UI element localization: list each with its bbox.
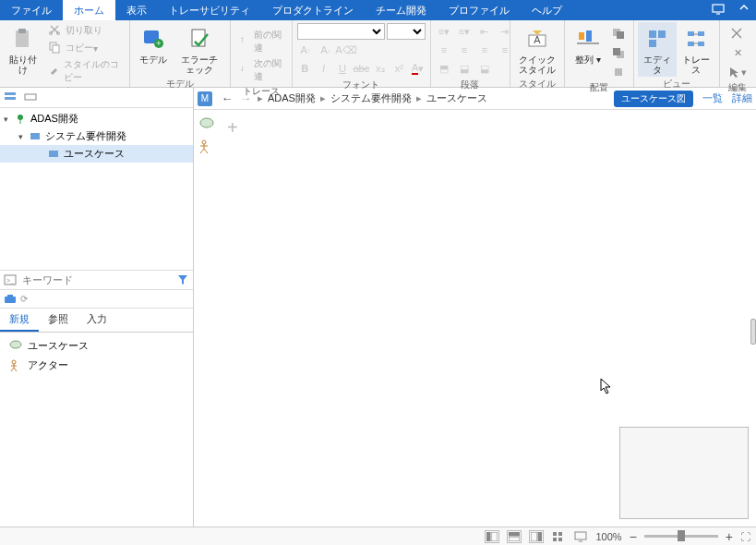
subscript-button[interactable]: x₂: [372, 60, 389, 77]
menu-home[interactable]: ホーム: [63, 0, 115, 20]
toolbox-actor[interactable]: アクター: [2, 356, 191, 375]
menu-productline[interactable]: プロダクトライン: [261, 0, 365, 20]
minimap[interactable]: [619, 427, 749, 519]
splitter-handle[interactable]: [750, 319, 756, 345]
copy-button[interactable]: コピー ▾: [44, 40, 124, 56]
tab-new[interactable]: 新規: [0, 309, 39, 332]
cut-tool-icon[interactable]: [728, 25, 747, 42]
detail-link[interactable]: 詳細: [732, 91, 752, 105]
svg-rect-36: [30, 133, 40, 139]
present-icon[interactable]: [573, 530, 588, 543]
breadcrumb-item[interactable]: ADAS開発: [266, 91, 318, 105]
paste-button[interactable]: 貼り付け: [4, 22, 42, 77]
font-family-select[interactable]: [297, 23, 385, 40]
superscript-button[interactable]: x²: [390, 60, 407, 77]
breadcrumb-item[interactable]: ユースケース: [425, 91, 489, 105]
svg-rect-54: [486, 532, 490, 541]
filter-icon[interactable]: [174, 272, 191, 288]
diagram-type-chip[interactable]: ユースケース図: [614, 91, 693, 107]
menu-profile[interactable]: プロファイル: [438, 0, 521, 20]
zoom-value: 100%: [595, 531, 621, 542]
grid-icon[interactable]: [551, 530, 566, 543]
cut-button[interactable]: 切り取り: [44, 22, 124, 39]
style-copy-button[interactable]: スタイルのコピー: [44, 57, 124, 85]
collapse-arrow-icon[interactable]: ▾: [18, 132, 30, 141]
model-button[interactable]: + モデル: [134, 22, 173, 67]
align-left-button[interactable]: ≡: [435, 42, 453, 58]
strike-button[interactable]: abc: [353, 60, 369, 77]
outdent-button[interactable]: ⇤: [475, 23, 494, 40]
valign-top-button[interactable]: ⬒: [435, 60, 453, 77]
svg-rect-23: [658, 30, 666, 38]
trace-view-button[interactable]: トレース: [677, 22, 715, 77]
crosshair-icon[interactable]: +: [227, 117, 238, 139]
forward-button[interactable]: →: [236, 91, 255, 105]
next-relation-button[interactable]: ↓次の関連: [236, 56, 286, 84]
collapse-arrow-icon[interactable]: ▾: [4, 115, 15, 124]
palette-usecase-icon[interactable]: [199, 117, 214, 132]
tree-expand-icon[interactable]: [4, 91, 18, 105]
search-bar: >_: [0, 270, 193, 290]
send-back-icon[interactable]: [609, 44, 628, 61]
cursor-tool-icon[interactable]: ▾: [728, 64, 747, 80]
svg-point-49: [202, 140, 206, 144]
layout-1-icon[interactable]: [485, 530, 499, 543]
zoom-in-button[interactable]: +: [726, 529, 733, 544]
layout-3-icon[interactable]: [529, 530, 544, 543]
tree-root[interactable]: ▾ ADAS開発: [0, 110, 193, 127]
layout-2-icon[interactable]: [507, 530, 522, 543]
list-link[interactable]: 一覧: [702, 91, 723, 105]
valign-bottom-button[interactable]: ⬓: [475, 60, 494, 77]
tree-child-2[interactable]: ユースケース: [0, 145, 193, 163]
fit-button[interactable]: ⛶: [740, 531, 750, 542]
collapse-ribbon-icon[interactable]: [732, 0, 756, 20]
menu-file[interactable]: ファイル: [0, 0, 63, 20]
back-button[interactable]: ←: [218, 91, 236, 105]
palette-actor-icon[interactable]: [199, 139, 214, 154]
bring-front-icon[interactable]: [609, 25, 628, 42]
svg-line-53: [204, 149, 208, 153]
refresh-icon[interactable]: ⟳: [20, 294, 28, 304]
clear-format-button[interactable]: A⌫: [337, 42, 355, 58]
align-center-button[interactable]: ≡: [455, 42, 474, 58]
menu-team[interactable]: チーム開発: [365, 0, 438, 20]
terminal-icon[interactable]: >_: [2, 272, 18, 288]
menu-traceability[interactable]: トレーサビリティ: [158, 0, 261, 20]
font-color-button[interactable]: A▾: [409, 60, 426, 77]
menu-view[interactable]: 表示: [115, 0, 158, 20]
tree-label: ADAS開発: [30, 112, 78, 126]
zoom-out-button[interactable]: −: [630, 529, 637, 544]
align-right-button[interactable]: ≡: [475, 42, 494, 58]
menu-help[interactable]: ヘルプ: [521, 0, 573, 20]
number-list-button[interactable]: ≡▾: [455, 23, 474, 40]
canvas[interactable]: +: [194, 110, 756, 527]
valign-middle-button[interactable]: ⬓: [455, 60, 474, 77]
underline-button[interactable]: U: [334, 60, 351, 77]
error-check-button[interactable]: エラーチェック: [173, 22, 226, 77]
zoom-slider[interactable]: [644, 535, 718, 538]
search-input[interactable]: [18, 274, 174, 285]
bold-button[interactable]: B: [296, 60, 313, 77]
close-tool-icon[interactable]: ✕: [728, 44, 747, 61]
tree-collapse-icon[interactable]: [24, 91, 39, 105]
svg-point-48: [200, 118, 213, 127]
prev-relation-button[interactable]: ↑前の関連: [236, 28, 286, 55]
tab-ref[interactable]: 参照: [39, 309, 78, 332]
font-decrease-button[interactable]: A↓: [317, 42, 335, 58]
breadcrumb-item[interactable]: システム要件開発: [329, 91, 414, 105]
toolbox-usecase[interactable]: ユースケース: [2, 336, 191, 356]
monitor-icon[interactable]: [704, 0, 732, 20]
bullet-list-button[interactable]: ≡▾: [435, 23, 453, 40]
align-button[interactable]: 整列 ▾: [569, 22, 607, 67]
font-increase-button[interactable]: A↑: [296, 42, 315, 58]
tab-input[interactable]: 入力: [78, 309, 116, 332]
tree-child-1[interactable]: ▾ システム要件開発: [0, 127, 193, 145]
toolbox-body: ユースケース アクター: [0, 333, 193, 527]
toolbox-icon: [4, 293, 17, 306]
svg-point-34: [18, 115, 23, 120]
italic-button[interactable]: I: [315, 60, 331, 77]
editor-button[interactable]: エディタ: [638, 22, 677, 77]
group-icon[interactable]: [609, 64, 628, 80]
quick-style-button[interactable]: A クイック スタイル: [514, 22, 560, 77]
font-size-select[interactable]: [387, 23, 426, 40]
